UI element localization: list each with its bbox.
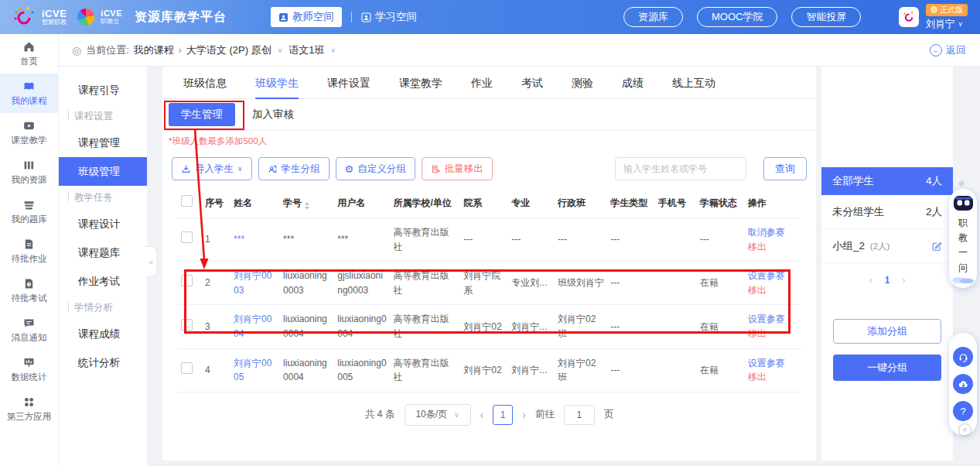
group-all-students[interactable]: 全部学生 4人 <box>821 167 953 195</box>
sidebar-item-third-party-apps[interactable]: 第三方应用 <box>0 389 58 429</box>
sidebar-item-pending-exams[interactable]: 待批考试 <box>0 271 58 310</box>
resource-library-button[interactable]: 资源库 <box>623 7 683 27</box>
breadcrumb-course-select[interactable]: 大学语文 (2P) 原创 <box>186 43 271 57</box>
action-set-contest[interactable]: 设置参赛 <box>748 356 797 371</box>
smart-casting-button[interactable]: 智能投屏 <box>791 7 861 27</box>
group-item[interactable]: 小组_2 (2人) <box>821 229 953 263</box>
sidebar-item-home[interactable]: 首页 <box>0 34 58 74</box>
sidebar-item-classroom-teaching[interactable]: 课堂教学 <box>0 113 58 152</box>
student-subtabs: 学生管理 加入审核 <box>162 99 816 131</box>
action-set-contest[interactable]: 设置参赛 <box>748 269 797 283</box>
cell-name[interactable]: 刘肖宁0004 <box>230 305 280 348</box>
sidebar-item-statistics[interactable]: 数据统计 <box>0 350 58 389</box>
menu-item-course-design[interactable]: 课程设计 <box>58 210 147 238</box>
student-grouping-button[interactable]: 学生分组 <box>258 157 330 180</box>
assistant-widget[interactable]: 职教一问 <box>949 189 977 288</box>
sidebar-item-pending-homework[interactable]: 待批作业 <box>0 231 58 271</box>
close-floating-toolbar-button[interactable]: × <box>958 423 971 437</box>
menu-item-course-question-bank[interactable]: 课程题库 <box>58 238 147 267</box>
subtab-join-review[interactable]: 加入审核 <box>249 103 297 126</box>
row-checkbox[interactable] <box>181 231 193 243</box>
user-menu[interactable]: 刘肖宁 ∨ <box>926 18 963 31</box>
group-page-current[interactable]: 1 <box>885 275 890 286</box>
goto-label: 前往 <box>535 408 555 421</box>
custom-grouping-button[interactable]: ⚙ 自定义分组 <box>336 157 415 180</box>
action-remove[interactable]: 移出 <box>748 372 767 382</box>
tab-courseware-settings[interactable]: 课件设置 <box>327 67 370 99</box>
tab-classroom-teaching[interactable]: 课堂教学 <box>399 67 442 99</box>
nav-student-space[interactable]: 学习空间 <box>361 10 417 24</box>
group-ungrouped[interactable]: 未分组学生 2人 <box>821 195 953 229</box>
sidebar-label: 我的资源 <box>12 174 47 186</box>
batch-remove-button[interactable]: 批量移出 <box>422 157 493 180</box>
page-size-select[interactable]: 10条/页 ∨ <box>405 404 471 426</box>
cell-student-no: liuxiaoning0004 <box>280 348 334 392</box>
tab-class-info[interactable]: 班级信息 <box>183 67 227 99</box>
cell-name[interactable]: 刘肖宁0005 <box>230 348 280 392</box>
menu-item-course-grades[interactable]: 课程成绩 <box>58 320 147 348</box>
query-button[interactable]: 查询 <box>763 157 807 180</box>
cell-name[interactable]: 刘肖宁0003 <box>230 262 280 305</box>
sidebar-label: 第三方应用 <box>7 411 52 423</box>
menu-item-statistical-analysis[interactable]: 统计分析 <box>58 348 147 377</box>
action-cancel-contest[interactable]: 取消参赛 <box>748 225 797 240</box>
menu-collapse-handle[interactable]: « <box>145 246 157 277</box>
cell-major: 刘肖宁... <box>508 348 555 392</box>
import-students-button[interactable]: 导入学生 ∨ <box>172 157 252 180</box>
group-prev-button[interactable]: ‹ <box>869 275 872 286</box>
breadcrumb-my-courses[interactable]: 我的课程 <box>134 43 174 57</box>
breadcrumb-class-select[interactable]: 语文1班 <box>289 43 324 57</box>
import-students-label: 导入学生 <box>195 163 234 176</box>
nav-teacher-space[interactable]: 教师空间 <box>271 7 342 27</box>
action-set-contest[interactable]: 设置参赛 <box>748 312 797 327</box>
group-next-button[interactable]: › <box>902 275 905 286</box>
menu-item-class-management[interactable]: 班级管理 <box>58 157 147 186</box>
sidebar-item-notifications[interactable]: 消息通知 <box>0 310 58 350</box>
mooc-academy-button[interactable]: MOOC学院 <box>697 7 777 27</box>
courses-icon <box>22 80 36 93</box>
sort-icon[interactable] <box>305 202 309 210</box>
menu-item-course-guide[interactable]: 课程引导 <box>58 76 147 105</box>
cell-seq: 1 <box>202 218 230 262</box>
download-center-button[interactable] <box>953 374 973 394</box>
tab-online-interaction[interactable]: 线上互动 <box>672 67 715 99</box>
sidebar-item-my-resources[interactable]: 我的资源 <box>0 152 58 192</box>
sidebar-item-question-bank[interactable]: 我的题库 <box>0 192 58 231</box>
sidebar-label: 待批考试 <box>12 293 47 304</box>
nav-teacher-label: 教师空间 <box>292 10 334 24</box>
cell-name[interactable]: *** <box>230 218 280 262</box>
back-button[interactable]: ← 返回 <box>930 43 966 57</box>
prev-page-button[interactable]: ‹ <box>480 409 484 421</box>
page-number-current[interactable]: 1 <box>493 405 513 425</box>
action-remove[interactable]: 移出 <box>748 285 767 296</box>
row-checkbox[interactable] <box>181 362 193 374</box>
cell-status: 在籍 <box>697 348 745 392</box>
breadcrumb-separator-icon: › <box>179 45 182 56</box>
version-badge-label: 正式版 <box>940 5 963 15</box>
customer-service-button[interactable] <box>953 347 973 367</box>
add-group-button[interactable]: 添加分组 <box>833 319 941 344</box>
edit-group-icon[interactable] <box>931 241 942 252</box>
auto-group-button[interactable]: 一键分组 <box>833 355 941 381</box>
location-icon: ◎ <box>72 44 81 57</box>
tab-homework[interactable]: 作业 <box>471 67 493 99</box>
row-checkbox[interactable] <box>181 319 193 331</box>
tab-grades[interactable]: 成绩 <box>622 67 644 99</box>
subtab-student-management[interactable]: 学生管理 <box>169 103 235 126</box>
row-checkbox[interactable] <box>181 275 193 286</box>
cell-status: 在籍 <box>697 262 745 305</box>
action-remove[interactable]: 移出 <box>748 328 767 339</box>
cell-username: liuxiaoning0004 <box>334 305 390 348</box>
tab-quiz[interactable]: 测验 <box>572 67 593 99</box>
next-page-button[interactable]: › <box>522 409 526 421</box>
goto-page-input[interactable] <box>564 405 595 425</box>
student-search-input[interactable] <box>615 157 746 180</box>
help-button[interactable]: ? <box>953 401 973 421</box>
tab-class-students[interactable]: 班级学生 <box>255 67 299 99</box>
action-remove[interactable]: 移出 <box>748 242 767 252</box>
tab-exam[interactable]: 考试 <box>521 67 543 99</box>
menu-item-course-management[interactable]: 课程管理 <box>58 128 147 157</box>
sidebar-item-my-courses[interactable]: 我的课程 <box>0 74 58 113</box>
menu-item-homework-exam[interactable]: 作业考试 <box>58 267 147 296</box>
select-all-checkbox[interactable] <box>181 195 193 207</box>
